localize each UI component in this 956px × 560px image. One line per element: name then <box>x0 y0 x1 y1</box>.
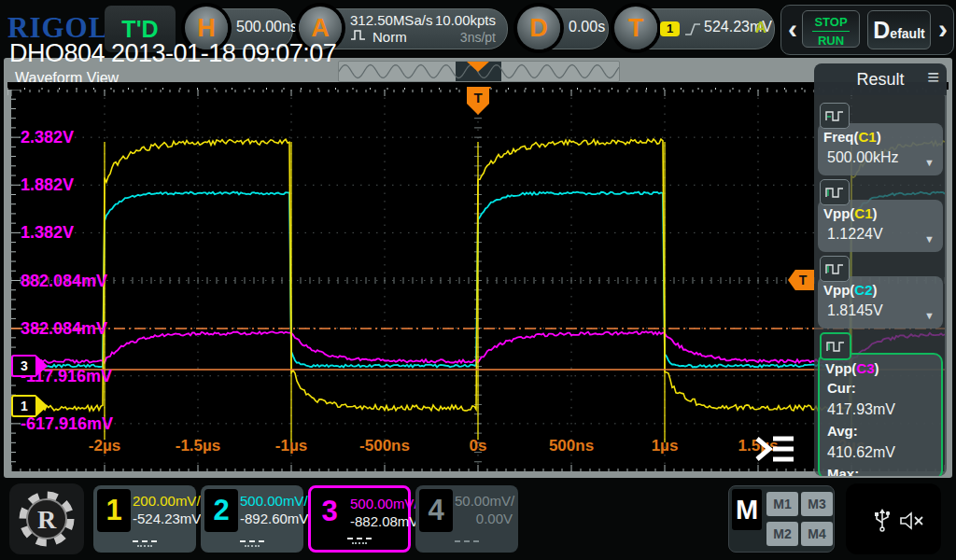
time-label: -1µs <box>275 437 307 455</box>
dashed-line-icon <box>455 540 479 542</box>
result-panel-header[interactable]: Result ≡ <box>814 63 947 95</box>
stop-run-button[interactable]: STOP RUN <box>802 10 860 48</box>
time-label: 1µs <box>652 437 679 455</box>
channel3-position-marker[interactable]: 3 <box>11 355 48 377</box>
channel1-position-marker[interactable]: 1 <box>11 395 48 417</box>
channel2-offset: -892.60mV <box>240 511 298 526</box>
memory-depth: 10.00kpts <box>435 12 496 28</box>
sample-rate: 312.50MSa/s <box>350 12 432 28</box>
next-page-arrow[interactable]: › <box>938 15 948 43</box>
system-status-box <box>846 483 941 554</box>
waveform-plot[interactable]: 2.382V1.882V1.382V882.084mV382.084mV-117… <box>11 90 945 471</box>
trigger-position-marker[interactable]: T <box>467 87 489 115</box>
dashed-line-icon <box>133 540 157 542</box>
voltage-label: 1.882V <box>21 175 74 195</box>
stat-label: Avg: <box>827 423 858 439</box>
speaker-muted-icon <box>900 511 924 530</box>
prev-page-arrow[interactable]: ‹ <box>788 15 797 43</box>
stat-value: 410.62mV <box>827 444 895 461</box>
time-label: 0s <box>470 437 487 455</box>
stop-run-divider <box>812 31 850 32</box>
measurement-item-vpp-c1[interactable]: Vpp(C1) 1.1224V ▼ <box>818 179 943 252</box>
trigger-settings-button[interactable]: T 1 524.23mV A <box>616 8 775 49</box>
measurement-vpp-icon <box>820 256 850 282</box>
channel4-offset: 0.00V <box>455 511 513 526</box>
overview-trigger-marker <box>467 62 489 72</box>
math2-button[interactable]: M2 <box>766 522 798 546</box>
math-group: M M1 M3 M2 M4 <box>728 485 835 553</box>
dropdown-icon[interactable]: ▼ <box>924 157 935 168</box>
channel3-button-selected[interactable]: 3 500.00mV/ -882.08mV <box>308 485 411 553</box>
measurement-item-freq-c1[interactable]: Freq(C1) 500.00kHz ▼ <box>818 103 943 175</box>
stat-label: Cur: <box>827 380 856 396</box>
rising-edge-icon <box>684 21 701 41</box>
delay-settings-button[interactable]: D 0.00s <box>519 8 609 49</box>
sample-resolution: 3ns/pt <box>460 30 496 45</box>
quick-nav-cluster: ‹ STOP RUN Default › <box>780 5 954 55</box>
dropdown-icon[interactable]: ▼ <box>924 233 935 245</box>
dropdown-icon[interactable]: ▼ <box>924 310 935 321</box>
voltage-label: 882.084mV <box>21 272 107 291</box>
time-label: -500ns <box>359 437 410 455</box>
math3-button[interactable]: M3 <box>801 492 833 516</box>
rigol-gear-logo-button[interactable]: R <box>9 483 84 554</box>
measurement-item-vpp-c3-selected[interactable]: Vpp(C3) Cur: 417.93mV Avg: 410.62mV Max: <box>818 332 943 476</box>
waveform-view-window: Waveform View 2.382V1.882V1.382V882.084m… <box>4 58 952 478</box>
svg-text:R: R <box>37 505 57 534</box>
hamburger-icon[interactable]: ≡ <box>927 63 939 91</box>
channel4-button-off[interactable]: 4 50.00mV/ 0.00V <box>415 485 518 553</box>
time-label: 500ns <box>549 437 594 455</box>
voltage-label: 382.084mV <box>21 319 107 339</box>
voltage-label: -617.916mV <box>21 414 113 434</box>
math4-button[interactable]: M4 <box>801 522 833 546</box>
acquisition-mode: Norm <box>373 29 407 45</box>
usb-icon <box>872 508 893 532</box>
channel3-scale: 500.00mV/ <box>350 496 408 511</box>
channel1-scale: 200.00mV/ <box>133 493 190 509</box>
stat-value: 417.93mV <box>827 401 895 418</box>
measurement-result-panel: Result ≡ Freq(C1) 500.00kHz ▼ Vpp(C1) 1.… <box>814 63 947 476</box>
channel2-button[interactable]: 2 500.00mV/ -892.60mV <box>201 485 303 553</box>
measurement-freq-icon <box>820 103 850 129</box>
dashed-line-icon <box>347 538 372 539</box>
bottom-bar: R 1 200.00mV/ -524.23mV 2 500.00mV/ -892… <box>0 478 956 560</box>
voltage-label: 1.382V <box>21 223 74 243</box>
measurement-vpp-icon <box>820 179 850 205</box>
math-button[interactable]: M <box>732 489 762 530</box>
delay-value: 0.00s <box>569 19 605 35</box>
t-button-icon[interactable]: T <box>614 7 657 49</box>
channel4-scale: 50.00mV/ <box>455 493 513 509</box>
stat-label: Max: <box>827 466 859 476</box>
oscilloscope-screen: RIGOL T'D H 500.00ns/ A 312.50MSa/s 10.0… <box>0 0 956 560</box>
gear-icon: R <box>18 490 76 548</box>
time-label: -2µs <box>89 437 120 455</box>
time-label: -1.5µs <box>176 437 221 455</box>
trigger-source-badge: 1 <box>660 21 680 36</box>
dashed-line-icon <box>240 540 264 542</box>
channel2-scale: 500.00mV/ <box>240 493 298 509</box>
pulse-icon <box>350 27 367 45</box>
channel1-button[interactable]: 1 200.00mV/ -524.23mV <box>93 485 196 553</box>
horizontal-scale: 500.00ns/ <box>236 19 302 35</box>
measurement-item-vpp-c2[interactable]: Vpp(C2) 1.8145V ▼ <box>818 256 943 329</box>
run-label: RUN <box>803 35 859 47</box>
default-button[interactable]: Default <box>867 10 931 49</box>
model-datetime-title: DHO804 2013-01-18 09:07:07 <box>9 39 336 68</box>
channel1-offset: -524.23mV <box>133 511 190 526</box>
math1-button[interactable]: M1 <box>766 492 798 516</box>
voltage-label: 2.382V <box>21 128 74 147</box>
d-button-icon[interactable]: D <box>517 7 560 49</box>
stop-label: STOP <box>803 16 859 28</box>
horizontal-overview-bar[interactable] <box>338 61 620 82</box>
trigger-sweep-auto: A <box>755 19 766 37</box>
measurement-vpp-icon <box>820 332 851 360</box>
trigger-t-icon: T <box>467 87 489 115</box>
channel3-offset: -882.08mV <box>350 513 408 529</box>
